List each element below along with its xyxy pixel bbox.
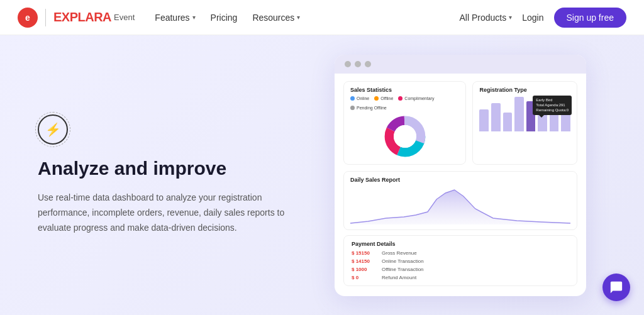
all-products-button[interactable]: All Products ▾: [460, 13, 513, 23]
signup-button[interactable]: Sign up free: [554, 8, 627, 28]
reg-type-box: Registration Type Early Bird Total Agend…: [472, 81, 577, 165]
nav-left: e EXPLARA Event Features ▾ Pricing Resou…: [18, 8, 300, 28]
legend-dot-offline: [374, 96, 379, 101]
pay-amount-4: $ 0: [352, 275, 377, 280]
reg-type-title: Registration Type: [479, 87, 570, 93]
window-dot-3: [365, 61, 371, 67]
legend-dot-pending: [350, 106, 355, 110]
hero-description: Use real-time data dashboard to analyze …: [38, 191, 302, 235]
bar-1: [479, 109, 489, 131]
nav-pricing[interactable]: Pricing: [211, 13, 238, 23]
logo-brand: EXPLARA: [53, 10, 111, 25]
sales-stats-title: Sales Statistics: [350, 87, 459, 93]
card-titlebar: [335, 55, 586, 74]
logo-divider: [45, 9, 46, 26]
legend-online: Online: [350, 96, 369, 101]
nav-features[interactable]: Features ▾: [155, 13, 195, 23]
card-body: Sales Statistics Online Offline: [335, 74, 586, 286]
bar-4: [514, 97, 524, 131]
hero-title: Analyze and improve: [38, 156, 302, 180]
lightning-icon: ⚡: [38, 114, 68, 145]
daily-sales-title: Daily Sales Report: [350, 177, 570, 183]
pay-label-4: Refund Amount: [382, 275, 416, 280]
bar-2: [491, 103, 501, 131]
nav-right: All Products ▾ Login Sign up free: [460, 8, 626, 28]
logo-icon: e: [18, 8, 38, 28]
bar-3: [503, 113, 513, 131]
pay-label-1: Gross Revenue: [382, 250, 417, 256]
logo-area: e EXPLARA Event: [18, 8, 135, 28]
reg-type-tooltip: Early Bird Total Agenda:291 Remaining Qu…: [533, 96, 572, 115]
nav-resources[interactable]: Resources ▾: [252, 13, 300, 23]
area-svg: [350, 187, 570, 224]
nav-links: Features ▾ Pricing Resources ▾: [155, 13, 300, 23]
legend-offline: Offline: [374, 96, 393, 101]
donut-svg: [382, 114, 428, 159]
chevron-down-icon: ▾: [509, 14, 512, 21]
chat-button[interactable]: [602, 274, 630, 301]
pay-amount-3: $ 1000: [352, 267, 377, 272]
pay-label-2: Online Transaction: [382, 258, 424, 264]
pay-label-3: Offline Transaction: [382, 267, 424, 272]
daily-sales-box: Daily Sales Report: [343, 171, 577, 230]
navbar: e EXPLARA Event Features ▾ Pricing Resou…: [0, 0, 644, 35]
dashboard-card: Sales Statistics Online Offline: [335, 55, 586, 296]
logo-text: EXPLARA Event: [53, 10, 135, 25]
legend-dot-comp: [398, 96, 402, 101]
card-top-row: Sales Statistics Online Offline: [343, 81, 577, 165]
payment-row-4: $ 0 Refund Amount: [352, 275, 569, 280]
legend-dot-online: [350, 96, 355, 101]
payment-row-1: $ 15150 Gross Revenue: [352, 250, 569, 256]
hero-left: ⚡ Analyze and improve Use real-time data…: [38, 114, 314, 235]
chat-icon: [609, 280, 623, 294]
pay-amount-2: $ 14150: [352, 258, 377, 264]
hero-right: Sales Statistics Online Offline: [314, 55, 606, 296]
donut-chart: [350, 114, 459, 159]
hero-section: ⚡ Analyze and improve Use real-time data…: [0, 35, 644, 315]
svg-point-4: [394, 125, 416, 148]
logo-sub: Event: [114, 13, 135, 22]
payment-row-2: $ 14150 Online Transaction: [352, 258, 569, 264]
chevron-down-icon: ▾: [297, 14, 300, 21]
window-dot-2: [355, 61, 361, 67]
legend-row: Online Offline Complimentary: [350, 96, 459, 110]
payment-row-3: $ 1000 Offline Transaction: [352, 267, 569, 272]
login-button[interactable]: Login: [522, 13, 543, 23]
window-dot-1: [345, 61, 351, 67]
pay-amount-1: $ 15150: [352, 250, 377, 256]
payment-title: Payment Details: [352, 241, 569, 247]
legend-pending: Pending Offline: [350, 106, 387, 110]
sales-stats-box: Sales Statistics Online Offline: [343, 81, 466, 165]
payment-box: Payment Details $ 15150 Gross Revenue $ …: [343, 235, 577, 286]
legend-comp: Complimentary: [398, 96, 434, 101]
chevron-down-icon: ▾: [192, 14, 196, 21]
area-chart: [350, 187, 570, 224]
